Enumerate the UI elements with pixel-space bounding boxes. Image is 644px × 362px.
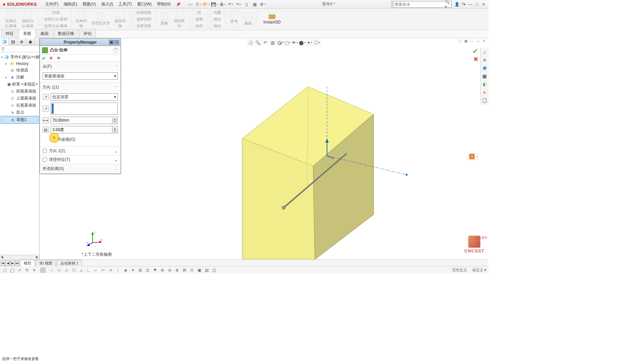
menu-window[interactable]: 窗口(W)	[135, 0, 154, 8]
sb-icon-14[interactable]: ≡	[108, 267, 113, 273]
viewport[interactable]: ⚪ 🔍 ↶ ▥ 🎲 ▢ 👁 ⬤ ✦ 🖵 ▢ ▣ — □ ✕ ✔ ✖ ⌂ ≡ ⬢ …	[79, 38, 488, 259]
tree-top-plane[interactable]: ◇上视基准面	[1, 95, 39, 102]
new-icon[interactable]: 🗋	[196, 1, 202, 7]
intersect-button[interactable]: 相交	[206, 16, 223, 22]
save-icon[interactable]: 💾	[212, 1, 218, 7]
menu-insert[interactable]: 插入(I)	[99, 0, 115, 8]
sb-icon-7[interactable]: ▭	[56, 267, 62, 273]
depth-down-icon[interactable]: ▼	[112, 120, 117, 123]
home-icon[interactable]: ⌂	[187, 1, 194, 7]
mirror-button[interactable]: 镜向	[206, 23, 223, 29]
pm-dir1-type-select[interactable]: 给定深度▾	[51, 93, 118, 101]
pm-ok-button[interactable]: ✔	[42, 56, 46, 61]
rib-button[interactable]: 筋	[187, 9, 205, 16]
minimize-icon[interactable]: —	[468, 2, 473, 7]
pm-cancel-button[interactable]: ✕	[49, 56, 53, 61]
scroll-left-icon[interactable]: ◀	[1, 255, 3, 259]
sb-icon-27[interactable]: ▤	[204, 267, 209, 273]
search-icon[interactable]: 🔍▾	[445, 0, 450, 9]
bt-last-icon[interactable]: ⏭	[15, 260, 19, 266]
sb-icon-17[interactable]: ✦	[130, 267, 136, 273]
tree-annotations[interactable]: ▸A注解	[1, 74, 39, 81]
tree-sketch1[interactable]: ⊏草图1	[1, 116, 39, 124]
view-triad[interactable]: Y X Z	[86, 229, 103, 246]
shell-button[interactable]: 抽壳	[187, 23, 205, 29]
tree-history[interactable]: ▸📁History	[1, 61, 39, 67]
direction-vector-icon[interactable]: ↗	[43, 106, 49, 112]
extrude-boss-button[interactable]: 拉伸凸台/基体	[3, 10, 19, 29]
sb-icon-1[interactable]: ▢	[2, 267, 7, 273]
loft-cut-button[interactable]: 放样切割	[128, 16, 153, 22]
menu-tools[interactable]: 工具(T)	[116, 0, 134, 8]
depth-up-icon[interactable]: ▲	[112, 118, 117, 120]
tree-material[interactable]: ▦材质 <未指定>	[1, 81, 39, 88]
sb-icon-3[interactable]: ↗	[17, 267, 22, 273]
menu-file[interactable]: 文件(F)	[43, 0, 61, 8]
sb-icon-2[interactable]: ◯	[9, 267, 15, 273]
sweep-button[interactable]: 扫描	[36, 9, 69, 16]
pm-thin-checkbox[interactable]	[43, 158, 47, 162]
sb-icon-20[interactable]: ⚑	[152, 267, 158, 273]
user-icon[interactable]: 👤	[454, 2, 460, 7]
sweep-cut-button[interactable]: 扫描切除	[128, 9, 153, 16]
hole-wizard-button[interactable]: 异型孔向导	[90, 12, 112, 26]
tab-surface[interactable]: 曲面	[36, 29, 53, 38]
search-input[interactable]	[394, 2, 445, 7]
wrap-button[interactable]: 包覆	[206, 9, 223, 16]
pm-depth-input[interactable]: ▲▼	[51, 117, 118, 124]
tree-tab-feature[interactable]: 🧊	[0, 38, 9, 45]
menu-help[interactable]: 帮助(H)	[155, 0, 173, 8]
sb-icon-6[interactable]: ↕	[49, 267, 54, 273]
pm-draft-input[interactable]: ▲▼	[51, 126, 118, 133]
pm-thin-toggle[interactable]: 薄壁特征(T) ⌄	[40, 156, 120, 164]
boundary-boss-button[interactable]: 边界凸台/基体	[36, 23, 69, 29]
print-icon[interactable]: 🖶	[220, 1, 226, 7]
search-box[interactable]: 🔍▾	[391, 1, 451, 8]
filter-icon[interactable]: ▽	[1, 47, 4, 51]
tree-tab-prop[interactable]: ◉	[26, 38, 35, 45]
reverse-dir-icon[interactable]: ↗	[43, 94, 49, 100]
3d-model[interactable]	[79, 38, 488, 259]
draft-button[interactable]: 拔模	[187, 16, 205, 22]
tree-tab-display[interactable]: ⊕	[17, 38, 26, 45]
pm-pin-icon[interactable]: ▣	[109, 40, 114, 45]
bt-next-icon[interactable]: ▶	[10, 260, 15, 266]
draft-down-icon[interactable]: ▼	[112, 130, 117, 132]
tab-migrate[interactable]: 数据迁移	[54, 29, 78, 38]
sb-icon-19[interactable]: ⊡	[145, 267, 150, 273]
sb-icon-26[interactable]: ▣	[197, 267, 202, 273]
linear-pattern-button[interactable]: 线性阵列	[172, 10, 187, 29]
tree-right-plane[interactable]: ◇右视基准面	[1, 102, 39, 109]
pm-direction-listbox[interactable]	[51, 103, 118, 115]
sb-icon-25[interactable]: ⊙	[189, 267, 195, 273]
sb-icon-8[interactable]: ◇	[64, 267, 69, 273]
loft-boss-button[interactable]: 放样凸台/基体	[36, 16, 69, 22]
bt-prev-icon[interactable]: ◀	[5, 260, 10, 266]
boundary-cut-button[interactable]: 边界切除	[128, 23, 153, 29]
pm-expand-icon[interactable]: »	[114, 40, 119, 45]
extrude-cut-button[interactable]: 拉伸切除	[74, 10, 89, 29]
maximize-icon[interactable]: □	[474, 2, 480, 7]
menu-edit[interactable]: 编辑(E)	[61, 0, 79, 8]
pm-dir2-checkbox[interactable]	[43, 149, 47, 153]
select-icon[interactable]: ▯	[244, 1, 250, 7]
scroll-right-icon[interactable]: ▶	[36, 255, 39, 259]
curves-button[interactable]: 曲线	[241, 12, 255, 26]
bottom-tab-motion[interactable]: 运动算例 1	[57, 260, 82, 266]
pm-help-icon[interactable]: ?	[113, 48, 118, 53]
sb-icon-22[interactable]: ⊖	[167, 267, 172, 273]
pm-dir1-header[interactable]: 方向 1(1)⌃	[40, 83, 120, 92]
open-icon[interactable]: 📂	[204, 1, 210, 7]
revolve-cut-button[interactable]: 旋转切除	[113, 10, 128, 29]
search-type-icon[interactable]	[393, 2, 393, 7]
sb-icon-11[interactable]: ∟	[86, 267, 91, 273]
pm-from-select[interactable]: 草图基准面▾	[43, 72, 118, 80]
tree-tab-config[interactable]: ▤	[9, 38, 17, 45]
settings-icon[interactable]: ⚙	[260, 1, 266, 7]
rebuild-icon[interactable]: ▦	[252, 1, 258, 7]
instant3d-button[interactable]: Instant3D	[263, 14, 280, 24]
sb-icon-4[interactable]: ⟲	[24, 267, 30, 273]
sb-icon-13[interactable]: ⊢	[101, 267, 106, 273]
revolve-boss-button[interactable]: 旋转凸台/基体	[19, 10, 36, 29]
sb-icon-9[interactable]: ⬡	[71, 267, 76, 273]
